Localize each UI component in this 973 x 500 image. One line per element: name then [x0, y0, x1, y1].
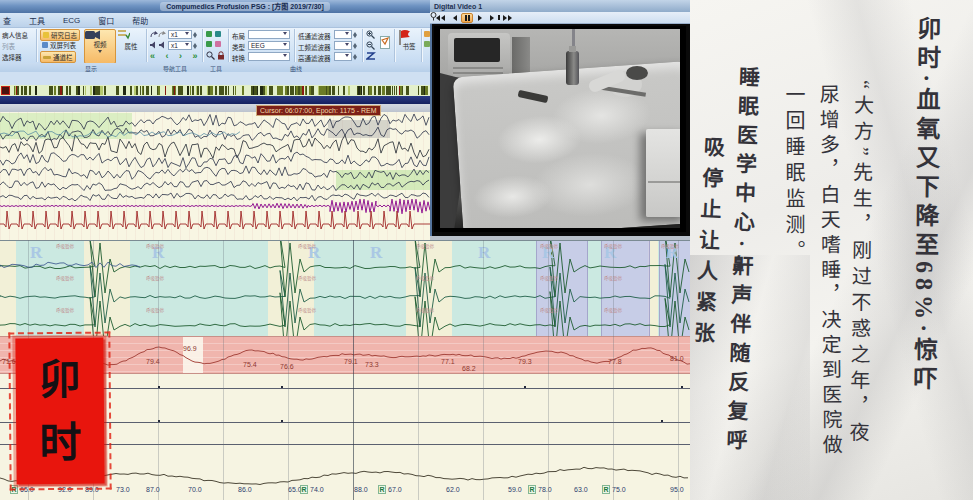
report-page-icon[interactable] [380, 36, 392, 49]
pulse-value: 78.0 [538, 486, 552, 493]
menu-item-view[interactable]: 查 [3, 15, 11, 26]
chevron-down-icon [98, 50, 102, 55]
hypno-tick [60, 86, 62, 95]
fast-forward-button[interactable] [503, 13, 515, 23]
trace-dot [681, 386, 683, 388]
pulse-event-marker: R [378, 485, 386, 494]
z-scale-icon[interactable] [366, 52, 376, 60]
pause-button[interactable] [461, 13, 473, 23]
dual-screen-list-button[interactable]: 双屏列表 [40, 40, 78, 50]
properties-label: 属性 [125, 41, 138, 51]
notch-spinner[interactable] [353, 41, 359, 50]
menu-item-help[interactable]: 帮助 [132, 15, 148, 26]
hypno-tick [95, 86, 98, 95]
patient-info-button[interactable]: 病人信息 [2, 30, 28, 40]
trace-dot [281, 386, 283, 388]
notch-select[interactable] [334, 41, 352, 50]
transform-select[interactable] [248, 52, 290, 61]
video-camera-icon [85, 30, 101, 40]
hypno-tick [406, 86, 409, 95]
hypno-tick [175, 86, 176, 95]
hypno-tick [319, 86, 321, 95]
menu-item-ecg[interactable]: ECG [63, 16, 80, 25]
hypno-tick [332, 86, 335, 95]
hypno-tick [208, 86, 210, 95]
gridline [483, 240, 484, 500]
highpass-spinner[interactable] [353, 52, 359, 61]
list-button[interactable]: 列表 [2, 41, 15, 51]
eeg-traces [0, 112, 430, 240]
device-screen [454, 38, 500, 62]
event-label: 呼吸暂停 [56, 243, 74, 250]
type-select[interactable]: EEG [248, 41, 290, 50]
hypno-tick [54, 86, 56, 95]
dual-screen-list-label: 双屏列表 [50, 40, 76, 50]
lowpass-spinner[interactable] [353, 30, 359, 39]
tool-icon-people[interactable] [215, 41, 221, 47]
page-zoom-select-a[interactable]: x1 [168, 30, 192, 39]
event-label: 呼吸暂停 [540, 243, 558, 250]
hypno-tick [361, 86, 362, 95]
event-label: 呼吸暂停 [298, 243, 316, 250]
play-button[interactable] [475, 13, 487, 23]
step-back-button[interactable] [447, 13, 459, 23]
channel-bar-button[interactable]: 通道栏 [40, 51, 76, 63]
hypno-tick [424, 86, 425, 95]
selector-button[interactable]: 选择器 [2, 52, 22, 62]
psg-menubar: 查 工具 ECG 窗口 帮助 [0, 13, 430, 27]
gridline [418, 240, 419, 500]
notch-label: 工频滤波器 [298, 42, 331, 52]
video-toggle-button[interactable]: 视频 [84, 29, 116, 64]
lock-icon[interactable] [217, 51, 225, 60]
properties-button[interactable]: 属性 [118, 30, 144, 61]
menu-item-window[interactable]: 窗口 [98, 15, 114, 26]
hypno-tick [35, 86, 37, 95]
zoom-out-icon[interactable] [366, 41, 375, 50]
pulse-value: 95.0 [670, 486, 684, 493]
gridline [223, 240, 224, 500]
spo2-value: 68.2 [462, 365, 476, 372]
step-forward-button[interactable] [489, 13, 501, 23]
bookmark-button[interactable]: 书签 [398, 30, 420, 61]
spinner-b[interactable] [193, 41, 199, 50]
hypno-tick [394, 86, 395, 95]
bottle-cap [569, 46, 576, 52]
speaker-icons[interactable] [150, 41, 166, 49]
hypno-tick [374, 86, 376, 95]
pulse-event-marker: R [528, 485, 536, 494]
zoom-in-icon[interactable] [366, 30, 375, 39]
hypno-tick [197, 86, 199, 95]
hypno-tick [242, 86, 244, 95]
gridline [613, 240, 614, 500]
hypno-tick [282, 86, 283, 95]
hypno-tick [343, 86, 345, 95]
hypno-tick [396, 86, 397, 95]
spinner-a[interactable] [193, 30, 199, 39]
overview-cursor-box [1, 86, 10, 95]
list-icon [42, 42, 48, 48]
tool-icon-green-b[interactable] [206, 41, 212, 47]
lowpass-select[interactable] [334, 30, 352, 39]
eeg-trace-panel[interactable] [0, 112, 430, 240]
hypno-tick [265, 86, 266, 95]
event-label: 呼吸暂停 [56, 307, 74, 314]
light-toggle-icon[interactable] [525, 13, 537, 23]
hypno-tick [402, 86, 403, 95]
hypnogram-overview-bar[interactable] [0, 85, 430, 96]
layout-select[interactable] [248, 30, 290, 39]
layout-label: 布局 [232, 31, 245, 41]
highpass-select[interactable] [334, 52, 352, 61]
spo2-value: 96.9 [183, 345, 197, 352]
search-icon[interactable] [206, 51, 215, 60]
epoch-nav-arrows[interactable]: « ‹ › » [150, 51, 202, 61]
hypno-tick [363, 86, 365, 95]
page-zoom-select-b[interactable]: x1 [168, 41, 192, 50]
type-label: 类型 [232, 42, 245, 52]
event-label: 呼吸暂停 [540, 307, 558, 314]
tool-icon-teal[interactable] [215, 31, 221, 37]
overview-navy-bar[interactable] [0, 96, 430, 104]
menu-item-tools[interactable]: 工具 [29, 15, 45, 26]
undo-redo-icons[interactable] [150, 31, 166, 39]
tool-icon-green-a[interactable] [206, 31, 212, 37]
spo2-value: 79.3 [518, 358, 532, 365]
